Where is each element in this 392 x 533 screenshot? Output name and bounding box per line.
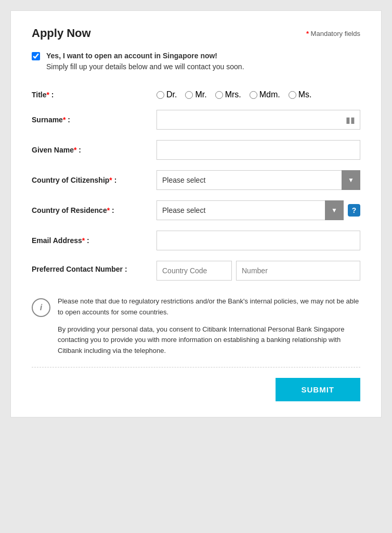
mandatory-text: Mandatory fields	[311, 30, 360, 37]
radio-mr-input[interactable]	[185, 91, 193, 99]
phone-number-input[interactable]	[236, 261, 360, 281]
surname-input[interactable]	[156, 110, 360, 130]
info-icon: i	[32, 298, 50, 317]
radio-mrs-label: Mrs.	[225, 90, 241, 99]
submit-button[interactable]: SUBMIT	[276, 378, 361, 401]
contact-card-icon: ▮▮	[346, 115, 355, 125]
surname-field-row: Surname* : ▮▮	[32, 110, 360, 130]
form-footer: SUBMIT	[32, 367, 360, 417]
contact-label: Preferred Contact Number :	[32, 261, 156, 273]
residence-select[interactable]: Please select	[156, 200, 344, 220]
residence-select-wrapper: Please select	[156, 200, 344, 220]
surname-label: Surname* :	[32, 116, 156, 124]
notice-paragraph-2: By providing your personal data, you con…	[58, 324, 360, 357]
title-label: Title* :	[32, 91, 156, 99]
mandatory-note: * Mandatory fields	[306, 30, 360, 37]
email-label: Email Address* :	[32, 236, 156, 245]
radio-dr-input[interactable]	[156, 91, 164, 99]
notice-text: Please note that due to regulatory restr…	[58, 296, 360, 357]
consent-box: Yes, I want to open an account in Singap…	[32, 50, 360, 78]
residence-label: Country of Residence* :	[32, 206, 156, 214]
info-icon-letter: i	[40, 303, 42, 312]
title-radio-group: Dr. Mr. Mrs. Mdm. Ms.	[156, 90, 360, 99]
consent-text: Yes, I want to open an account in Singap…	[46, 50, 244, 72]
radio-mrs[interactable]: Mrs.	[215, 90, 241, 99]
form-container: Apply Now * Mandatory fields Yes, I want…	[10, 10, 382, 417]
citizenship-select-wrapper: Please select	[156, 170, 360, 190]
radio-mdm[interactable]: Mdm.	[250, 90, 280, 99]
residence-field-row: Country of Residence* : Please select ?	[32, 200, 360, 220]
email-input[interactable]	[156, 231, 360, 250]
notice-box: i Please note that due to regulatory res…	[32, 291, 360, 357]
consent-checkbox[interactable]	[32, 52, 40, 60]
radio-mr-label: Mr.	[195, 90, 206, 99]
surname-wrapper: ▮▮	[156, 110, 360, 130]
given-name-field-row: Given Name* :	[32, 140, 360, 160]
consent-bold-line: Yes, I want to open an account in Singap…	[46, 50, 244, 61]
title-field-row: Title* : Dr. Mr. Mrs. Mdm. Ms.	[32, 90, 360, 99]
consent-sub-line: Simply fill up your details below and we…	[46, 62, 244, 71]
radio-mrs-input[interactable]	[215, 91, 223, 99]
header-row: Apply Now * Mandatory fields	[32, 27, 360, 40]
radio-mdm-input[interactable]	[250, 91, 257, 99]
citizenship-field-row: Country of Citizenship* : Please select	[32, 170, 360, 190]
page-title: Apply Now	[32, 27, 91, 40]
radio-dr[interactable]: Dr.	[156, 90, 177, 99]
citizenship-select[interactable]: Please select	[156, 170, 360, 190]
country-code-input[interactable]	[156, 261, 232, 281]
notice-paragraph-1: Please note that due to regulatory restr…	[58, 296, 360, 318]
residence-right: Please select ?	[156, 200, 360, 220]
help-icon[interactable]: ?	[348, 204, 360, 217]
citizenship-label: Country of Citizenship* :	[32, 176, 156, 184]
radio-ms[interactable]: Ms.	[289, 90, 312, 99]
mandatory-asterisk: *	[306, 30, 309, 37]
given-name-input[interactable]	[156, 140, 360, 160]
email-field-row: Email Address* :	[32, 231, 360, 250]
radio-ms-label: Ms.	[298, 90, 312, 99]
given-name-label: Given Name* :	[32, 146, 156, 154]
contact-field-row: Preferred Contact Number :	[32, 261, 360, 281]
radio-ms-input[interactable]	[289, 91, 296, 99]
radio-mdm-label: Mdm.	[259, 90, 280, 99]
radio-dr-label: Dr.	[166, 90, 177, 99]
radio-mr[interactable]: Mr.	[185, 90, 206, 99]
contact-inputs	[156, 261, 360, 281]
